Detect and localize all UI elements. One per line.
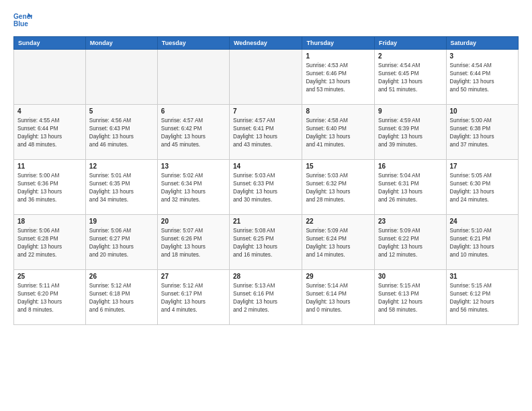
day-info: Sunrise: 5:13 AMSunset: 6:16 PMDaylight:… — [233, 282, 298, 314]
day-number: 2 — [378, 52, 443, 60]
calendar-cell: 22Sunrise: 5:09 AMSunset: 6:24 PMDayligh… — [302, 215, 375, 270]
day-number: 9 — [378, 107, 443, 115]
calendar-cell: 10Sunrise: 5:00 AMSunset: 6:38 PMDayligh… — [446, 105, 518, 160]
day-info: Sunrise: 5:15 AMSunset: 6:12 PMDaylight:… — [450, 282, 515, 314]
calendar-cell: 14Sunrise: 5:03 AMSunset: 6:33 PMDayligh… — [229, 160, 302, 215]
calendar-cell: 23Sunrise: 5:09 AMSunset: 6:22 PMDayligh… — [374, 215, 446, 270]
day-number: 31 — [450, 273, 515, 280]
calendar-cell: 15Sunrise: 5:03 AMSunset: 6:32 PMDayligh… — [302, 160, 375, 215]
calendar-cell — [14, 50, 86, 105]
day-number: 23 — [378, 218, 443, 225]
calendar-cell — [229, 50, 302, 105]
header: General Blue — [13, 11, 519, 30]
calendar-cell: 31Sunrise: 5:15 AMSunset: 6:12 PMDayligh… — [446, 270, 518, 325]
calendar-cell: 2Sunrise: 4:54 AMSunset: 6:45 PMDaylight… — [374, 50, 446, 105]
day-number: 30 — [378, 273, 443, 280]
day-info: Sunrise: 5:03 AMSunset: 6:33 PMDaylight:… — [233, 172, 298, 204]
day-number: 5 — [89, 107, 154, 115]
day-info: Sunrise: 5:07 AMSunset: 6:26 PMDaylight:… — [161, 227, 226, 259]
day-number: 18 — [17, 218, 82, 225]
calendar-cell: 12Sunrise: 5:01 AMSunset: 6:35 PMDayligh… — [85, 160, 157, 215]
weekday-header: Thursday — [302, 37, 375, 50]
page: General Blue SundayMondayTuesdayWednesda… — [0, 0, 532, 411]
day-info: Sunrise: 5:02 AMSunset: 6:34 PMDaylight:… — [161, 172, 226, 204]
calendar-cell — [157, 50, 229, 105]
calendar-cell: 20Sunrise: 5:07 AMSunset: 6:26 PMDayligh… — [157, 215, 229, 270]
calendar-cell: 24Sunrise: 5:10 AMSunset: 6:21 PMDayligh… — [446, 215, 518, 270]
day-info: Sunrise: 5:08 AMSunset: 6:25 PMDaylight:… — [233, 227, 298, 259]
day-number: 20 — [161, 218, 226, 225]
day-number: 7 — [233, 107, 298, 115]
day-info: Sunrise: 5:01 AMSunset: 6:35 PMDaylight:… — [89, 172, 154, 204]
calendar-cell: 13Sunrise: 5:02 AMSunset: 6:34 PMDayligh… — [157, 160, 229, 215]
day-info: Sunrise: 5:15 AMSunset: 6:13 PMDaylight:… — [378, 282, 443, 314]
day-number: 19 — [89, 218, 154, 225]
day-number: 4 — [17, 107, 82, 115]
day-number: 12 — [89, 163, 154, 170]
weekday-header: Monday — [85, 37, 157, 50]
day-info: Sunrise: 5:10 AMSunset: 6:21 PMDaylight:… — [450, 227, 515, 259]
day-info: Sunrise: 5:06 AMSunset: 6:27 PMDaylight:… — [89, 227, 154, 259]
calendar-cell: 16Sunrise: 5:04 AMSunset: 6:31 PMDayligh… — [374, 160, 446, 215]
calendar-cell: 26Sunrise: 5:12 AMSunset: 6:18 PMDayligh… — [85, 270, 157, 325]
day-info: Sunrise: 4:57 AMSunset: 6:42 PMDaylight:… — [161, 117, 226, 149]
day-number: 22 — [306, 218, 371, 225]
day-number: 26 — [89, 273, 154, 280]
day-number: 24 — [450, 218, 515, 225]
calendar-cell: 1Sunrise: 4:53 AMSunset: 6:46 PMDaylight… — [302, 50, 375, 105]
day-info: Sunrise: 4:55 AMSunset: 6:44 PMDaylight:… — [17, 117, 82, 149]
calendar-cell: 11Sunrise: 5:00 AMSunset: 6:36 PMDayligh… — [14, 160, 86, 215]
day-number: 28 — [233, 273, 298, 280]
day-info: Sunrise: 4:56 AMSunset: 6:43 PMDaylight:… — [89, 117, 154, 149]
logo: General Blue — [13, 11, 32, 30]
weekday-header: Friday — [374, 37, 446, 50]
calendar-cell: 21Sunrise: 5:08 AMSunset: 6:25 PMDayligh… — [229, 215, 302, 270]
day-number: 13 — [161, 163, 226, 170]
logo-icon: General Blue — [13, 11, 32, 30]
calendar-cell: 19Sunrise: 5:06 AMSunset: 6:27 PMDayligh… — [85, 215, 157, 270]
calendar-cell: 4Sunrise: 4:55 AMSunset: 6:44 PMDaylight… — [14, 105, 86, 160]
calendar-cell — [85, 50, 157, 105]
day-number: 27 — [161, 273, 226, 280]
day-info: Sunrise: 5:12 AMSunset: 6:18 PMDaylight:… — [89, 282, 154, 314]
day-info: Sunrise: 5:11 AMSunset: 6:20 PMDaylight:… — [17, 282, 82, 314]
weekday-header: Saturday — [446, 37, 518, 50]
day-number: 29 — [306, 273, 371, 280]
day-number: 16 — [378, 163, 443, 170]
calendar-cell: 30Sunrise: 5:15 AMSunset: 6:13 PMDayligh… — [374, 270, 446, 325]
day-number: 17 — [450, 163, 515, 170]
calendar-cell: 29Sunrise: 5:14 AMSunset: 6:14 PMDayligh… — [302, 270, 375, 325]
calendar: SundayMondayTuesdayWednesdayThursdayFrid… — [13, 36, 519, 325]
day-info: Sunrise: 4:58 AMSunset: 6:40 PMDaylight:… — [306, 117, 371, 149]
day-number: 14 — [233, 163, 298, 170]
svg-text:Blue: Blue — [13, 20, 28, 28]
calendar-cell: 8Sunrise: 4:58 AMSunset: 6:40 PMDaylight… — [302, 105, 375, 160]
calendar-cell: 18Sunrise: 5:06 AMSunset: 6:28 PMDayligh… — [14, 215, 86, 270]
calendar-cell: 5Sunrise: 4:56 AMSunset: 6:43 PMDaylight… — [85, 105, 157, 160]
day-info: Sunrise: 5:00 AMSunset: 6:38 PMDaylight:… — [450, 117, 515, 149]
day-info: Sunrise: 4:54 AMSunset: 6:44 PMDaylight:… — [450, 62, 515, 94]
calendar-cell: 3Sunrise: 4:54 AMSunset: 6:44 PMDaylight… — [446, 50, 518, 105]
day-info: Sunrise: 5:00 AMSunset: 6:36 PMDaylight:… — [17, 172, 82, 204]
day-info: Sunrise: 4:59 AMSunset: 6:39 PMDaylight:… — [378, 117, 443, 149]
day-info: Sunrise: 5:04 AMSunset: 6:31 PMDaylight:… — [378, 172, 443, 204]
day-info: Sunrise: 4:53 AMSunset: 6:46 PMDaylight:… — [306, 62, 371, 94]
day-info: Sunrise: 5:09 AMSunset: 6:24 PMDaylight:… — [306, 227, 371, 259]
day-number: 21 — [233, 218, 298, 225]
day-number: 6 — [161, 107, 226, 115]
calendar-cell: 7Sunrise: 4:57 AMSunset: 6:41 PMDaylight… — [229, 105, 302, 160]
weekday-header: Sunday — [14, 37, 86, 50]
day-number: 15 — [306, 163, 371, 170]
calendar-cell: 27Sunrise: 5:12 AMSunset: 6:17 PMDayligh… — [157, 270, 229, 325]
weekday-header: Wednesday — [229, 37, 302, 50]
day-info: Sunrise: 5:03 AMSunset: 6:32 PMDaylight:… — [306, 172, 371, 204]
day-number: 25 — [17, 273, 82, 280]
day-number: 1 — [306, 52, 371, 60]
calendar-cell: 25Sunrise: 5:11 AMSunset: 6:20 PMDayligh… — [14, 270, 86, 325]
day-number: 8 — [306, 107, 371, 115]
day-info: Sunrise: 5:09 AMSunset: 6:22 PMDaylight:… — [378, 227, 443, 259]
calendar-cell: 9Sunrise: 4:59 AMSunset: 6:39 PMDaylight… — [374, 105, 446, 160]
day-info: Sunrise: 5:14 AMSunset: 6:14 PMDaylight:… — [306, 282, 371, 314]
calendar-cell: 17Sunrise: 5:05 AMSunset: 6:30 PMDayligh… — [446, 160, 518, 215]
day-info: Sunrise: 5:05 AMSunset: 6:30 PMDaylight:… — [450, 172, 515, 204]
